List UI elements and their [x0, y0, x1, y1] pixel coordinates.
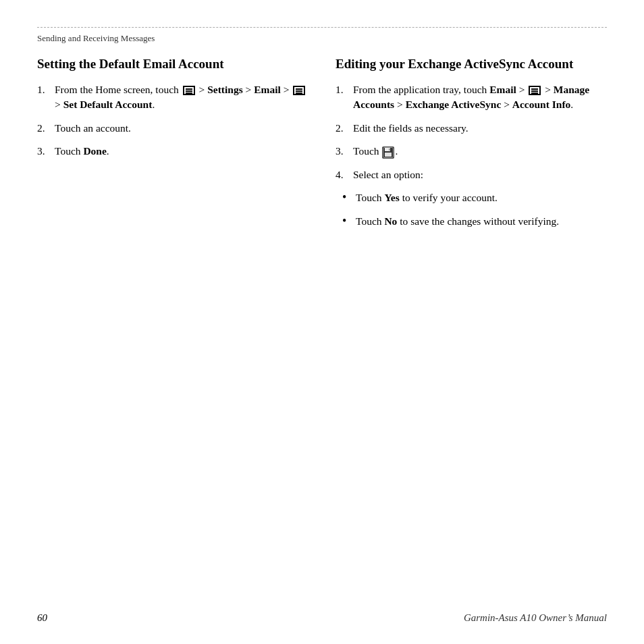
left-section-title: Setting the Default Email Account: [37, 56, 308, 73]
right-step-number-4: 4.: [336, 167, 348, 182]
step-number-3: 3.: [37, 144, 49, 159]
step-content-3: Touch Done.: [55, 144, 308, 159]
bullet-item-1: • Touch Yes to verify your account.: [342, 190, 607, 205]
footer-page-number: 60: [37, 612, 47, 624]
menu-icon-1: [183, 86, 195, 95]
right-step-1: 1. From the application tray, touch Emai…: [336, 82, 607, 113]
left-step-3: 3. Touch Done.: [37, 144, 308, 159]
breadcrumb: Sending and Receiving Messages: [37, 27, 607, 44]
step-number-1: 1.: [37, 82, 49, 113]
right-step-content-1: From the application tray, touch Email >…: [353, 82, 607, 113]
floppy-disk-icon: [382, 146, 394, 159]
right-step-content-2: Edit the fields as necessary.: [353, 121, 607, 136]
right-step-number-2: 2.: [336, 121, 348, 136]
svg-rect-4: [389, 149, 390, 151]
menu-icon-3: [529, 86, 541, 95]
no-label: No: [384, 215, 397, 227]
right-step-number-3: 3.: [336, 144, 348, 159]
bullet-dot-2: •: [342, 214, 350, 229]
left-step-2: 2. Touch an account.: [37, 121, 308, 136]
right-step-2: 2. Edit the fields as necessary.: [336, 121, 607, 136]
set-default-label: Set Default Account: [63, 99, 153, 110]
step-number-2: 2.: [37, 121, 49, 136]
settings-label: Settings: [207, 84, 243, 95]
left-steps-list: 1. From the Home screen, touch > Setting…: [37, 82, 308, 159]
bullet-dot-1: •: [342, 190, 350, 205]
done-label: Done: [83, 145, 106, 157]
left-column: Setting the Default Email Account 1. Fro…: [37, 56, 308, 167]
step-content-1: From the Home screen, touch > Settings >…: [55, 82, 308, 113]
menu-icon-2: [293, 86, 305, 95]
exchange-label: Exchange ActiveSync: [406, 99, 502, 110]
page-container: Sending and Receiving Messages Setting t…: [0, 0, 644, 644]
footer-title: Garmin-Asus A10 Owner’s Manual: [464, 612, 607, 624]
right-steps-list: 1. From the application tray, touch Emai…: [336, 82, 607, 182]
left-step-1: 1. From the Home screen, touch > Setting…: [37, 82, 308, 113]
bullet-content-2: Touch No to save the changes without ver…: [356, 214, 607, 229]
page-footer: 60 Garmin-Asus A10 Owner’s Manual: [37, 612, 607, 624]
content-columns: Setting the Default Email Account 1. Fro…: [37, 56, 607, 237]
bullet-content-1: Touch Yes to verify your account.: [356, 190, 607, 205]
breadcrumb-text: Sending and Receiving Messages: [37, 33, 155, 43]
right-column: Editing your Exchange ActiveSync Account…: [336, 56, 607, 237]
right-step-content-3: Touch .: [353, 144, 607, 159]
right-step-content-4: Select an option:: [353, 167, 607, 182]
email-label-2: Email: [489, 84, 516, 95]
bullet-item-2: • Touch No to save the changes without v…: [342, 214, 607, 229]
email-label-1: Email: [254, 84, 281, 95]
yes-label: Yes: [384, 192, 399, 203]
right-step-4: 4. Select an option:: [336, 167, 607, 182]
step-content-2: Touch an account.: [55, 121, 308, 136]
bullet-list: • Touch Yes to verify your account. • To…: [342, 190, 607, 229]
svg-rect-3: [385, 153, 392, 157]
right-section-title: Editing your Exchange ActiveSync Account: [336, 56, 607, 73]
account-info-label: Account Info: [512, 99, 571, 110]
right-step-number-1: 1.: [336, 82, 348, 113]
right-step-3: 3. Touch .: [336, 144, 607, 159]
